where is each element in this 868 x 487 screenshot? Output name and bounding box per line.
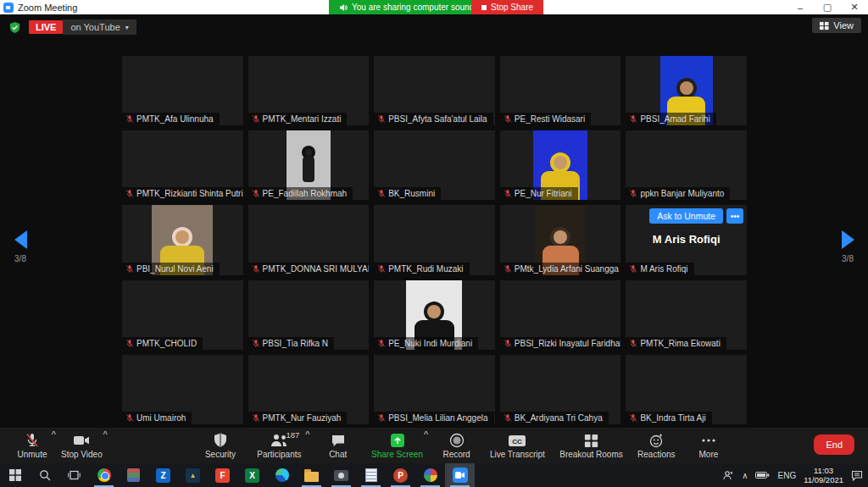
participant-name-label: PBSI_Amad Farihi [626,113,715,125]
chat-button[interactable]: Chat [314,428,362,463]
titlebar: Zoom Meeting You are sharing computer so… [0,0,868,14]
participant-tile[interactable]: PMTK_CHOLID [122,280,243,350]
taskbar-icon-winrar[interactable] [119,463,148,487]
participants-button[interactable]: Participants187^ [248,428,309,463]
participant-tile[interactable]: PMTK_Nur Fauziyah [248,355,370,424]
participant-tile[interactable]: ppkn Banjar Muliyanto [626,130,747,200]
participant-tile[interactable]: BK_Indra Tirta Aji [626,355,747,424]
participants-chevron-icon[interactable]: ^ [305,429,309,440]
unmute-button[interactable]: Unmute^ [8,428,56,463]
participant-tile[interactable]: PMTK_DONNA SRI MULYANI [248,205,370,274]
participant-tile[interactable]: Umi Umairoh [122,355,243,424]
stop-video-chevron-icon[interactable]: ^ [103,429,108,440]
taskbar-icon-chrome[interactable] [89,463,119,487]
participant-tile[interactable]: PMtk_Lydia Arfani Suangga [500,205,621,274]
muted-mic-icon [504,189,512,198]
participant-tile[interactable]: PBSI_Tia Rifka N [248,280,370,350]
participant-name-label: PE_Nuki Indi Murdiani [374,337,478,350]
record-button[interactable]: Record [433,428,481,463]
participant-tile[interactable]: PMTK_Rizkianti Shinta Putri [122,130,243,200]
participant-name-label: PMTK_DONNA SRI MULYANI [248,263,370,275]
participant-tile[interactable]: PMTK_Mentari Izzati [248,56,370,125]
ask-to-unmute-button[interactable]: Ask to Unmute [649,208,723,224]
security-button[interactable]: Security [197,428,244,463]
participant-tile[interactable]: PBSI_Amad Farihi [626,56,747,125]
next-page-button[interactable]: 3/8 [831,230,865,263]
highlighted-participant-name: M Aris Rofiqi [626,233,747,246]
language-indicator[interactable]: ENG [777,471,796,480]
stop-video-button[interactable]: Stop Video^ [56,428,108,463]
muted-mic-icon [125,114,134,124]
taskbar-icon-edge[interactable] [267,463,297,487]
more-button[interactable]: More [685,428,732,463]
muted-mic-icon [252,189,260,198]
stop-share-button[interactable]: Stop Share [471,0,543,14]
taskbar-icon-paint[interactable] [415,463,445,487]
participant-tile[interactable]: PMTK_Rudi Muzaki [374,205,495,274]
minimize-button[interactable]: – [787,0,814,14]
participant-tile[interactable]: PE_Resti Widasari [500,56,621,125]
participant-tile[interactable]: PBI_Nurul Novi Aeni [122,205,243,274]
stop-icon [481,5,487,10]
share-screen-chevron-icon[interactable]: ^ [424,429,428,440]
participant-tile[interactable]: BK_Ardiyana Tri Cahya [500,355,621,424]
taskbar-icon-capture-app[interactable] [326,463,356,487]
maximize-button[interactable]: ▢ [814,0,841,14]
taskbar-icon-file-explorer[interactable] [297,463,326,487]
taskbar-icon-windows-start[interactable] [0,463,30,487]
video-grid: PMTK_Afa UlinnuhaPMTK_Mentari IzzatiPBSI… [122,56,747,424]
share-screen-button[interactable]: Share Screen^ [366,428,428,463]
participant-name-label: ppkn Banjar Muliyanto [626,187,730,200]
participant-tile[interactable]: PE_Nur Fitriani [500,130,621,200]
taskbar-icon-search[interactable] [30,463,59,487]
participant-name-label: PBI_Nurul Novi Aeni [122,263,220,275]
people-icon[interactable] [722,470,734,480]
taskbar-icon-powerpoint[interactable]: P [386,463,415,487]
close-button[interactable]: ✕ [841,0,868,14]
taskbar-icon-blue-z-app[interactable]: Z [148,463,178,487]
participant-tile[interactable]: PBSI_Melia Lilian Anggela [374,355,495,424]
muted-mic-icon [377,189,386,198]
taskbar-icon-dark-app[interactable]: ▲ [178,463,208,487]
more-icon [700,432,717,449]
reactions-button[interactable]: Reactions [632,428,680,463]
action-center-icon[interactable] [851,470,863,481]
participant-tile[interactable]: PMTK_Rima Ekowati [626,280,747,350]
battery-icon[interactable] [755,471,770,479]
reactions-icon [648,432,665,449]
participant-tile[interactable]: PE_Nuki Indi Murdiani [374,280,495,350]
previous-page-button[interactable]: 3/8 [3,230,37,263]
share-screen-icon [389,432,406,449]
participant-name-label: BK_Rusmini [374,187,441,200]
speaker-icon [339,3,348,12]
participant-name-label: PBSI_Melia Lilian Anggela [374,412,493,424]
live-transcript-button[interactable]: CCLive Transcript [485,428,550,463]
taskbar-icon-pdf-reader[interactable]: F [208,463,237,487]
muted-mic-icon [504,413,512,423]
participant-tile[interactable]: PE_Fadillah Rokhmah [248,130,370,200]
breakout-rooms-button[interactable]: Breakout Rooms [554,428,627,463]
taskbar-icon-excel[interactable]: X [237,463,267,487]
encryption-shield-icon [8,21,21,34]
hidden-icons-chevron[interactable]: ∧ [742,471,748,480]
muted-mic-icon [504,264,512,274]
participant-tile[interactable]: Ask to Unmute•••M Aris RofiqiM Aris Rofi… [626,205,747,274]
grid-view-icon [820,21,829,30]
muted-mic-icon [377,114,386,124]
tile-more-options-button[interactable]: ••• [726,208,743,224]
taskbar-icon-notepad[interactable] [356,463,386,487]
participant-tile[interactable]: BK_Rusmini [374,130,495,200]
streaming-platform-dropdown[interactable]: on YouTube ▾ [63,19,136,35]
muted-mic-icon [252,339,260,348]
participant-tile[interactable]: PMTK_Afa Ulinnuha [122,56,243,125]
taskbar-icon-zoom[interactable] [445,463,475,487]
taskbar-clock[interactable]: 11:03 11/09/2021 [804,466,843,485]
toolbar-left-group: Unmute^Stop Video^ [8,428,108,463]
record-icon [448,432,465,449]
taskbar-icon-task-view[interactable] [59,463,89,487]
participant-tile[interactable]: PBSI_Afyta Safa'atul Laila [374,56,495,125]
end-meeting-button[interactable]: End [814,434,854,455]
view-button[interactable]: View [812,18,861,33]
system-tray: ∧ ENG 11:03 11/09/2021 [722,463,863,487]
participant-tile[interactable]: PBSI_Rizki Inayatul Faridhah [500,280,621,350]
